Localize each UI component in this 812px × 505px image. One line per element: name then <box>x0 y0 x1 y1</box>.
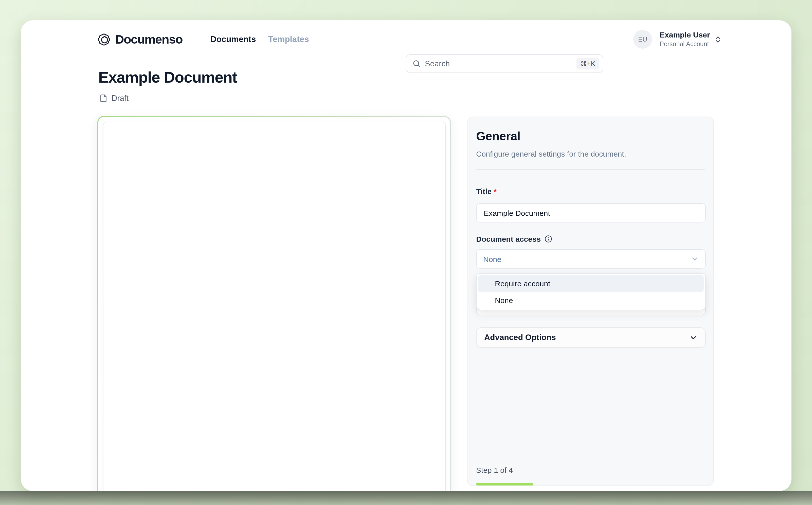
search-input[interactable] <box>421 59 576 68</box>
document-page <box>103 122 446 491</box>
search-icon <box>412 59 421 68</box>
user-name: Example User <box>660 30 710 40</box>
title-field-label: Title* <box>476 187 497 196</box>
panel-title: General <box>476 129 521 143</box>
search-shortcut-badge: ⌘+K <box>576 58 599 69</box>
document-access-dropdown: Require account None <box>476 273 706 310</box>
settings-panel: General Configure general settings for t… <box>467 117 714 486</box>
app-window: Documenso Documents Templates ⌘+K EU <box>21 20 792 491</box>
chevron-down-icon <box>689 333 698 342</box>
title-input[interactable] <box>476 203 706 222</box>
required-asterisk: * <box>494 187 497 196</box>
window-bottom-shadow <box>0 491 812 505</box>
advanced-options-label: Advanced Options <box>484 333 689 342</box>
desktop-backdrop: Documenso Documents Templates ⌘+K EU <box>0 0 812 505</box>
file-icon <box>99 94 108 102</box>
user-account-type: Personal Account <box>660 40 710 48</box>
stepper-label: Step 1 of 4 <box>476 466 513 474</box>
document-access-label: Document access <box>476 235 552 243</box>
advanced-options-toggle[interactable]: Advanced Options <box>476 327 706 348</box>
nav-item-label: Documents <box>211 34 256 44</box>
avatar: EU <box>633 30 652 49</box>
stepper-progress-fill <box>476 483 534 485</box>
user-menu[interactable]: EU Example User Personal Account <box>633 30 722 49</box>
search-bar[interactable]: ⌘+K <box>406 54 603 73</box>
brand-name: Documenso <box>115 32 182 46</box>
stepper-progress-track <box>476 483 706 485</box>
status-badge: Draft <box>112 94 129 103</box>
chevrons-up-down-icon <box>714 35 722 43</box>
select-value: None <box>483 255 691 263</box>
document-status: Draft <box>99 94 129 103</box>
info-icon[interactable] <box>544 235 552 243</box>
dropdown-option-none[interactable]: None <box>478 292 704 309</box>
user-meta: Example User Personal Account <box>660 30 710 48</box>
nav-item-label: Templates <box>268 34 309 44</box>
document-preview-card <box>97 116 451 491</box>
panel-subtitle: Configure general settings for the docum… <box>476 150 626 158</box>
documenso-logo-icon <box>97 33 111 46</box>
document-preview-inner <box>98 117 450 491</box>
header: Documenso Documents Templates ⌘+K EU <box>21 20 792 58</box>
chevron-down-icon <box>691 255 699 263</box>
nav-item-documents[interactable]: Documents <box>211 20 256 58</box>
divider <box>476 169 705 170</box>
brand-logo[interactable]: Documenso <box>97 20 182 58</box>
document-access-select[interactable]: None <box>476 249 706 269</box>
page-title: Example Document <box>98 68 237 86</box>
nav-item-templates[interactable]: Templates <box>268 20 309 58</box>
dropdown-option-require-account[interactable]: Require account <box>478 275 704 292</box>
